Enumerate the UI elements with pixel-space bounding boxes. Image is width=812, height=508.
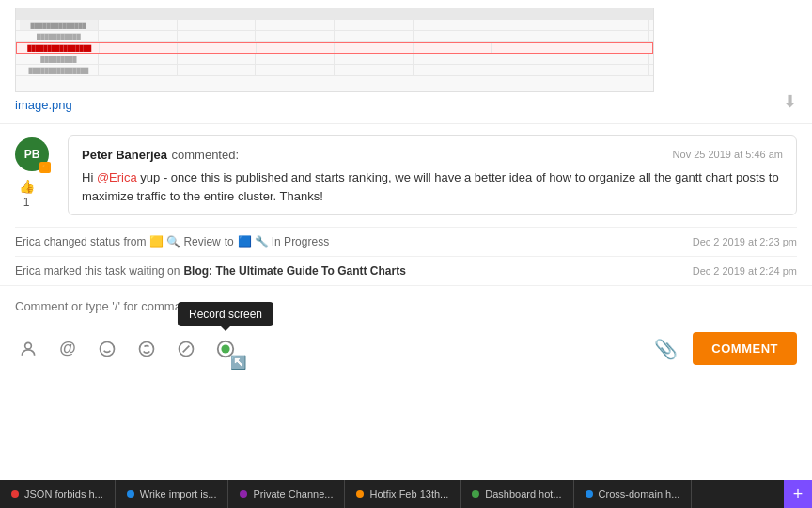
comment-input[interactable] bbox=[15, 295, 797, 317]
activity-time-2: Dec 2 2019 at 2:24 pm bbox=[693, 265, 797, 277]
image-area: ██████████████ ███████████ █████████████… bbox=[0, 0, 812, 124]
comment-body-after: yup - once this is published and starts … bbox=[82, 170, 779, 203]
svg-point-0 bbox=[25, 342, 32, 349]
taskbar-dot-5 bbox=[472, 490, 479, 498]
activity-time-1: Dec 2 2019 at 2:23 pm bbox=[693, 236, 797, 247]
like-count: 1 bbox=[23, 196, 30, 209]
record-btn-wrapper: Record screen ↖️ bbox=[212, 336, 239, 362]
like-wrapper: PB 🟧 👍 1 bbox=[15, 137, 49, 215]
svg-point-1 bbox=[101, 341, 115, 356]
waiting-link[interactable]: Blog: The Ultimate Guide To Gantt Charts bbox=[183, 264, 405, 278]
smiley-icon[interactable] bbox=[133, 336, 160, 362]
at-icon[interactable]: @ bbox=[55, 336, 81, 362]
avatar-badge: 🟧 bbox=[39, 162, 51, 173]
status-badge-to: 🟦 🔧 In Progress bbox=[238, 235, 329, 248]
status-badge-from: 🟨 🔍 Review bbox=[149, 235, 220, 248]
taskbar-label-3: Private Channe... bbox=[253, 488, 333, 500]
toolbar-right: 📎 COMMENT bbox=[654, 332, 797, 365]
comment-body-before: Hi bbox=[82, 170, 97, 184]
svg-point-4 bbox=[140, 341, 154, 356]
activity-text-before-1: Erica changed status from bbox=[15, 235, 146, 248]
image-filename[interactable]: image.png bbox=[15, 98, 797, 112]
attachment-icon[interactable]: 📎 bbox=[654, 338, 678, 360]
comment-body: Hi @Erica yup - once this is published a… bbox=[82, 168, 783, 205]
cursor-icon: ↖️ bbox=[230, 355, 246, 370]
avatar-initials: PB bbox=[24, 148, 40, 161]
svg-point-8 bbox=[221, 344, 229, 353]
taskbar-label-4: Hotfix Feb 13th... bbox=[369, 488, 448, 500]
record-icon[interactable]: ↖️ bbox=[212, 336, 239, 362]
avatar: PB 🟧 bbox=[15, 137, 49, 171]
comment-mention[interactable]: @Erica bbox=[97, 170, 137, 184]
status-icon-from: 🔍 bbox=[166, 235, 180, 248]
comment-header: Peter Banerjea commented: Nov 25 2019 at… bbox=[82, 146, 783, 163]
taskbar-dot-3 bbox=[240, 490, 247, 498]
taskbar-item-2[interactable]: Wrike import is... bbox=[116, 480, 229, 508]
image-preview: ██████████████ ███████████ █████████████… bbox=[15, 8, 654, 92]
like-area: 👍 1 bbox=[19, 179, 35, 209]
activity-arrow: to bbox=[225, 235, 234, 248]
status-icon-to: 🔧 bbox=[255, 235, 269, 248]
taskbar-dot-4 bbox=[356, 490, 364, 498]
status-label-to: In Progress bbox=[272, 235, 329, 248]
activity-text-1: Erica changed status from 🟨 🔍 Review to … bbox=[15, 235, 329, 248]
status-icon-from-color: 🟨 bbox=[149, 235, 164, 248]
comment-author: Peter Banerjea bbox=[82, 148, 167, 162]
taskbar-label-6: Cross-domain h... bbox=[599, 488, 680, 500]
activity-text-before-2: Erica marked this task waiting on bbox=[15, 264, 180, 278]
taskbar-dot-2 bbox=[127, 490, 134, 498]
comment-input-area bbox=[0, 285, 812, 325]
comment-timestamp: Nov 25 2019 at 5:46 am bbox=[673, 149, 783, 160]
taskbar: JSON forbids h... Wrike import is... Pri… bbox=[0, 480, 812, 508]
record-tooltip: Record screen bbox=[178, 302, 273, 326]
status-label-from: Review bbox=[183, 235, 220, 248]
taskbar-label-5: Dashboard hot... bbox=[485, 488, 561, 500]
slash-icon[interactable] bbox=[173, 336, 199, 362]
comment-section: PB 🟧 👍 1 Peter Banerjea commented: Nov 2… bbox=[0, 124, 812, 227]
comment-bubble: Peter Banerjea commented: Nov 25 2019 at… bbox=[68, 135, 797, 215]
toolbar-left: @ bbox=[15, 336, 239, 362]
toolbar: @ bbox=[0, 325, 812, 374]
activity-section: Erica changed status from 🟨 🔍 Review to … bbox=[0, 227, 812, 285]
taskbar-label-2: Wrike import is... bbox=[140, 488, 217, 500]
taskbar-item-4[interactable]: Hotfix Feb 13th... bbox=[345, 480, 461, 508]
emoji-smile-icon[interactable] bbox=[94, 336, 120, 362]
taskbar-plus-button[interactable]: + bbox=[784, 480, 812, 508]
like-icon[interactable]: 👍 bbox=[19, 179, 35, 194]
taskbar-dot-6 bbox=[586, 490, 593, 498]
activity-text-2: Erica marked this task waiting on Blog: … bbox=[15, 264, 406, 278]
activity-row-1: Erica changed status from 🟨 🔍 Review to … bbox=[15, 227, 797, 256]
taskbar-dot-1 bbox=[11, 490, 19, 498]
main-container: ██████████████ ███████████ █████████████… bbox=[0, 0, 812, 508]
taskbar-item-3[interactable]: Private Channe... bbox=[228, 480, 345, 508]
person-icon[interactable] bbox=[15, 336, 41, 362]
download-icon[interactable]: ⬇ bbox=[783, 91, 797, 112]
svg-line-6 bbox=[183, 345, 190, 352]
comment-verb: commented: bbox=[172, 148, 240, 162]
taskbar-item-6[interactable]: Cross-domain h... bbox=[574, 480, 693, 508]
taskbar-item-5[interactable]: Dashboard hot... bbox=[461, 480, 573, 508]
comment-button[interactable]: COMMENT bbox=[693, 332, 797, 365]
activity-row-2: Erica marked this task waiting on Blog: … bbox=[15, 256, 797, 285]
status-icon-to-color: 🟦 bbox=[238, 235, 252, 248]
taskbar-item-1[interactable]: JSON forbids h... bbox=[0, 480, 116, 508]
taskbar-label-1: JSON forbids h... bbox=[24, 488, 103, 500]
